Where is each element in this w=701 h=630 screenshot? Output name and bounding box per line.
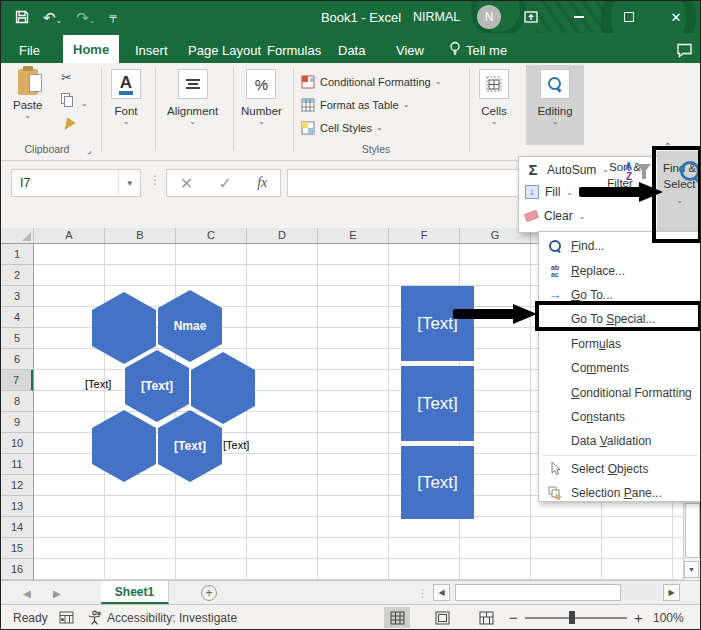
- row-header-13[interactable]: 13: [1, 496, 33, 517]
- account-name[interactable]: NIRMAL: [413, 1, 460, 33]
- paste-dropdown-chevron[interactable]: ⌄: [24, 112, 31, 120]
- select-all-corner[interactable]: [1, 228, 34, 243]
- zoom-slider-thumb[interactable]: [569, 611, 575, 624]
- tab-file[interactable]: File: [9, 37, 50, 63]
- number-group-button[interactable]: % Number ⌄: [241, 69, 282, 126]
- vertical-scrollbar-thumb[interactable]: [685, 503, 700, 558]
- copy-icon[interactable]: [61, 93, 73, 107]
- cell-styles-button[interactable]: Cell Styles⌄: [301, 119, 383, 137]
- macro-record-icon[interactable]: [59, 605, 74, 630]
- tab-home[interactable]: Home: [63, 35, 119, 63]
- tab-data[interactable]: Data: [328, 37, 375, 63]
- menu-item-conditional-formatting[interactable]: Conditional Formatting: [539, 380, 701, 404]
- quick-access-toolbar-menu-icon[interactable]: ╤: [110, 12, 117, 22]
- cut-icon[interactable]: ✂: [61, 71, 72, 84]
- minimize-button[interactable]: [559, 1, 599, 33]
- status-accessibility[interactable]: Accessibility: Investigate: [107, 605, 237, 630]
- name-box-dropdown-icon[interactable]: ▾: [118, 170, 140, 196]
- menu-item-select-objects[interactable]: Select Objects: [539, 457, 701, 481]
- row-header-11[interactable]: 11: [1, 454, 33, 475]
- normal-view-icon[interactable]: [384, 607, 410, 628]
- column-header-D[interactable]: D: [247, 228, 318, 243]
- tab-insert[interactable]: Insert: [125, 37, 178, 63]
- fill-button[interactable]: ↓ Fill ⌄: [525, 185, 573, 199]
- find-select-button[interactable]: Find & Select ⌄: [657, 151, 701, 240]
- page-layout-view-icon[interactable]: [429, 607, 455, 628]
- maximize-button[interactable]: [609, 1, 649, 33]
- copy-dropdown-chevron[interactable]: ⌄: [81, 100, 88, 108]
- undo-button[interactable]: ↶⌄: [43, 10, 62, 25]
- column-header-E[interactable]: E: [318, 228, 389, 243]
- row-header-2[interactable]: 2: [1, 265, 33, 286]
- row-header-10[interactable]: 10: [1, 433, 33, 454]
- menu-item-formulas[interactable]: Formulas: [539, 332, 701, 356]
- next-sheet-icon[interactable]: ▶: [53, 581, 61, 605]
- insert-function-icon[interactable]: fx: [257, 175, 267, 191]
- share-comment-icon[interactable]: [666, 37, 701, 63]
- menu-item-constants[interactable]: Constants: [539, 405, 701, 429]
- zoom-level[interactable]: 100%: [653, 605, 684, 630]
- format-as-table-button[interactable]: Format as Table⌄: [301, 96, 409, 114]
- paste-button[interactable]: Paste ⌄: [13, 69, 42, 120]
- column-header-F[interactable]: F: [389, 228, 460, 243]
- redo-button[interactable]: ↷⌄: [76, 10, 95, 25]
- close-button[interactable]: ✕: [656, 1, 696, 33]
- zoom-slider[interactable]: [525, 617, 627, 619]
- menu-item-selection-pane[interactable]: Selection Pane...: [539, 481, 701, 505]
- text-rectangle-1[interactable]: [Text]: [401, 286, 474, 361]
- menu-item-replace[interactable]: abac Replace...: [539, 258, 701, 282]
- confirm-entry-icon[interactable]: ✓: [218, 174, 231, 193]
- menu-item-find[interactable]: Find...: [539, 234, 701, 258]
- accessibility-icon[interactable]: [87, 605, 102, 630]
- page-break-view-icon[interactable]: [473, 607, 499, 628]
- row-header-14[interactable]: 14: [1, 517, 33, 538]
- zoom-in-icon[interactable]: +: [634, 605, 643, 630]
- text-rectangle-3[interactable]: [Text]: [401, 446, 474, 519]
- sheet-tab-sheet1[interactable]: Sheet1: [101, 581, 169, 604]
- font-group-button[interactable]: A Font ⌄: [111, 69, 141, 126]
- name-box[interactable]: I7 ▾: [11, 169, 141, 197]
- tab-tell-me[interactable]: Tell me: [439, 37, 517, 63]
- window-dock-icon[interactable]: [511, 1, 551, 33]
- menu-item-go-to-special[interactable]: Go To Special...: [539, 307, 701, 331]
- menu-item-data-validation[interactable]: Data Validation: [539, 429, 701, 453]
- save-icon[interactable]: [15, 10, 29, 24]
- zoom-out-icon[interactable]: −: [509, 605, 518, 630]
- horizontal-scrollbar[interactable]: [453, 584, 661, 601]
- row-header-8[interactable]: 8: [1, 391, 33, 412]
- sort-filter-button[interactable]: AZ Sort & Filter ⌄: [594, 160, 656, 191]
- avatar[interactable]: N: [477, 5, 501, 29]
- scroll-down-icon[interactable]: ▼: [684, 561, 699, 578]
- tab-view[interactable]: View: [386, 37, 434, 63]
- scroll-left-icon[interactable]: ◀: [433, 584, 450, 601]
- column-header-B[interactable]: B: [105, 228, 176, 243]
- menu-item-comments[interactable]: Comments: [539, 356, 701, 380]
- row-header-7[interactable]: 7: [1, 370, 33, 391]
- clear-button[interactable]: Clear ⌄: [525, 209, 585, 223]
- column-header-A[interactable]: A: [34, 228, 105, 243]
- cells-group-button[interactable]: Cells ⌄: [479, 69, 509, 126]
- column-header-C[interactable]: C: [176, 228, 247, 243]
- scrollbar-resize-dots-icon[interactable]: ⋮: [417, 587, 428, 600]
- row-header-1[interactable]: 1: [1, 244, 33, 265]
- row-header-3[interactable]: 3: [1, 286, 33, 307]
- row-header-12[interactable]: 12: [1, 475, 33, 496]
- format-painter-icon[interactable]: [60, 117, 75, 133]
- row-header-6[interactable]: 6: [1, 349, 33, 370]
- row-header-5[interactable]: 5: [1, 328, 33, 349]
- row-header-4[interactable]: 4: [1, 307, 33, 328]
- clipboard-dialog-launcher-icon[interactable]: ⌟: [87, 145, 91, 155]
- horizontal-scrollbar-thumb[interactable]: [455, 584, 621, 601]
- row-header-9[interactable]: 9: [1, 412, 33, 433]
- menu-item-go-to[interactable]: → Go To...: [539, 283, 701, 307]
- row-header-15[interactable]: 15: [1, 538, 33, 559]
- cancel-entry-icon[interactable]: ✕: [180, 174, 193, 193]
- alignment-group-button[interactable]: Alignment ⌄: [167, 69, 218, 126]
- scroll-right-icon[interactable]: ▶: [663, 584, 680, 601]
- conditional-formatting-button[interactable]: Conditional Formatting⌄: [301, 73, 441, 91]
- text-rectangle-2[interactable]: [Text]: [401, 366, 474, 441]
- prev-sheet-icon[interactable]: ◀: [23, 581, 31, 605]
- row-header-16[interactable]: 16: [1, 559, 33, 580]
- editing-group-button[interactable]: Editing ⌄: [526, 65, 584, 145]
- new-sheet-icon[interactable]: +: [201, 585, 217, 601]
